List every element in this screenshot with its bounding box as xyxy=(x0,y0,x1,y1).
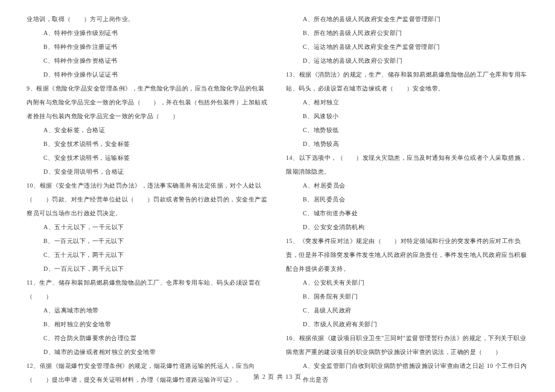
q15-option-a: A、公安机关有关部门 xyxy=(286,276,528,289)
q10-option-c: C、五十元以下，两千元以下 xyxy=(27,248,269,262)
q11-option-b: B、相对独立的安全地带 xyxy=(27,317,269,331)
q13-option-b: B、风速较小 xyxy=(286,109,528,123)
q14-option-d: D、公安安全消防机构 xyxy=(286,220,528,234)
q13-option-c: C、地势较低 xyxy=(286,123,528,137)
q14-option-c: C、城市街道办事处 xyxy=(286,206,528,220)
q8-option-a: A、特种作业操作级别证书 xyxy=(27,26,269,40)
q12-option-d: D、运达地的县级人民政府公安部门 xyxy=(286,54,528,68)
q8-option-b: B、特种作业操作注册证书 xyxy=(27,40,269,54)
q10-option-b: B、一百元以下，一千元以下 xyxy=(27,234,269,248)
q9-option-d: D、安全使用说明书，合格证 xyxy=(27,165,269,179)
q12-option-b: B、所在地的县级人民政府公安部门 xyxy=(286,26,528,40)
q13-option-d: D、地势较高 xyxy=(286,137,528,151)
q11-option-c: C、符合防火防爆要求的合理位置 xyxy=(27,331,269,345)
q14-text: 14、以下选项中，（ ）发现火灾隐患，应当及时通知有关单位或者个人采取措施，限期… xyxy=(286,151,528,179)
q9-option-c: C、安全技术说明书，运输标签 xyxy=(27,151,269,165)
q10-option-d: D、一百元以下，两千元以下 xyxy=(27,262,269,276)
q8-option-d: D、特种作业操作认证证书 xyxy=(27,68,269,81)
q9-text: 9、根据《危险化学品安全管理条例》，生产危险化学品的，应当在危险化学品的包装内附… xyxy=(27,81,269,123)
q13-option-a: A、相对独立 xyxy=(286,95,528,109)
q10-option-a: A、五十元以下，一千元以下 xyxy=(27,220,269,234)
q12-option-c: C、运达地的县级人民政府安全生产监督管理部门 xyxy=(286,40,528,54)
q9-option-b: B、安全技术说明书，安全标签 xyxy=(27,137,269,151)
q14-option-b: B、居民委员会 xyxy=(286,192,528,206)
q15-option-b: B、国务院有关部门 xyxy=(286,289,528,303)
page-content: 业培训，取得（ ）方可上岗作业。 A、特种作业操作级别证书 B、特种作业操作注册… xyxy=(0,0,555,387)
q8-option-c: C、特种作业操作资格证书 xyxy=(27,54,269,68)
q13-text: 13、根据《消防法》的规定，生产、储存和装卸易燃易爆危险物品的工厂仓库和专用车站… xyxy=(286,68,528,95)
q11-option-d: D、城市的边缘或者相对独立的安全地带 xyxy=(27,345,269,359)
q11-text: 11、生产、储存和装卸易燃易爆危险物品的工厂、仓库和专用车站、码头必须设置在（ … xyxy=(27,276,269,303)
q8-intro: 业培训，取得（ ）方可上岗作业。 xyxy=(27,12,269,26)
page-footer: 第 2 页 共 13 页 xyxy=(0,373,555,381)
q15-option-c: C、县级人民政府 xyxy=(286,303,528,317)
q10-text: 10、根据《安全生产违法行为处罚办法》，违法事实确凿并有法定依据，对个人处以（ … xyxy=(27,179,269,220)
left-column: 业培训，取得（ ）方可上岗作业。 A、特种作业操作级别证书 B、特种作业操作注册… xyxy=(18,12,278,387)
right-column: A、所在地的县级人民政府安全生产监督管理部门 B、所在地的县级人民政府公安部门 … xyxy=(278,12,537,387)
q15-text: 15、《突发事件应对法》规定由（ ）对特定领域和行业的突发事件的应对工作负责，但… xyxy=(286,234,528,276)
q9-option-a: A、安全标签，合格证 xyxy=(27,123,269,137)
q16-text: 16、根据依据《建设项目职业卫生"三同时"监督管理暂行办法》的规定，下列关于职业… xyxy=(286,331,528,359)
q14-option-a: A、村居委员会 xyxy=(286,179,528,192)
q11-option-a: A、远离城市的地带 xyxy=(27,303,269,317)
q15-option-d: D、市级人民政府有关部门 xyxy=(286,317,528,331)
q12-option-a: A、所在地的县级人民政府安全生产监督管理部门 xyxy=(286,12,528,26)
